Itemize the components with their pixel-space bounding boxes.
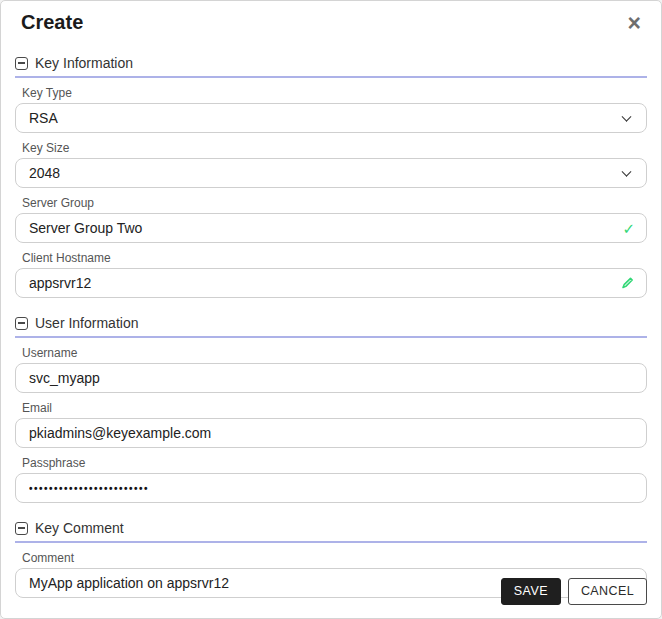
client-hostname-label: Client Hostname [22,251,647,265]
server-group-label: Server Group [22,196,647,210]
section-title: Key Information [35,55,133,71]
username-label: Username [22,346,647,360]
key-size-select[interactable]: 2048 [15,158,647,188]
username-input[interactable] [15,363,647,393]
client-hostname-input[interactable] [15,268,647,298]
close-icon[interactable]: × [624,9,645,38]
dialog-footer: SAVE CANCEL [501,578,647,605]
server-group-input[interactable] [15,213,647,243]
collapse-minus-icon[interactable] [15,317,28,330]
username-control-wrap [15,363,647,393]
section-title: User Information [35,315,138,331]
cancel-button[interactable]: CANCEL [568,578,647,605]
field-key-type: Key Type RSA [15,86,647,133]
collapse-minus-icon[interactable] [15,57,28,70]
section-divider [15,76,647,78]
field-email: Email [15,401,647,448]
dialog-header: Create × [1,1,661,38]
section-divider [15,541,647,543]
server-group-control-wrap: ✓ [15,213,647,243]
passphrase-input[interactable] [15,473,647,503]
section-header-key-information: Key Information [15,55,647,71]
email-control-wrap [15,418,647,448]
key-type-label: Key Type [22,86,647,100]
dialog-title: Create [21,9,83,34]
dialog-body: Key Information Key Type RSA Key Size 20… [1,55,661,598]
valid-check-icon: ✓ [622,221,635,236]
passphrase-control-wrap [15,473,647,503]
email-label: Email [22,401,647,415]
section-title: Key Comment [35,520,124,536]
passphrase-label: Passphrase [22,456,647,470]
edit-pencil-icon [620,276,635,291]
key-size-label: Key Size [22,141,647,155]
email-input[interactable] [15,418,647,448]
key-size-control-wrap: 2048 [15,158,647,188]
field-username: Username [15,346,647,393]
create-dialog: Create × Key Information Key Type RSA Ke… [0,0,662,619]
section-header-user-information: User Information [15,315,647,331]
comment-label: Comment [22,551,647,565]
section-divider [15,336,647,338]
client-hostname-control-wrap [15,268,647,298]
field-passphrase: Passphrase [15,456,647,503]
key-type-select[interactable]: RSA [15,103,647,133]
section-header-key-comment: Key Comment [15,520,647,536]
field-server-group: Server Group ✓ [15,196,647,243]
collapse-minus-icon[interactable] [15,522,28,535]
save-button[interactable]: SAVE [501,578,561,605]
field-key-size: Key Size 2048 [15,141,647,188]
field-client-hostname: Client Hostname [15,251,647,298]
key-type-control-wrap: RSA [15,103,647,133]
